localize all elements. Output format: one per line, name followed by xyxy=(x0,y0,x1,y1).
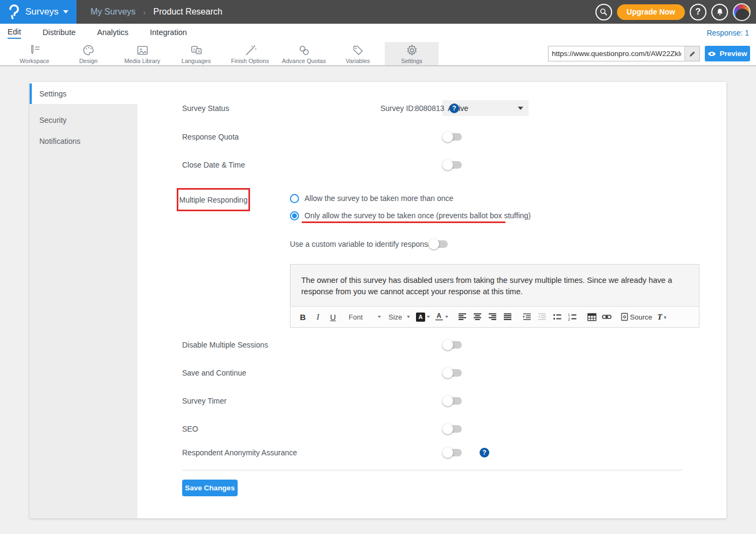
allow-multiple-label: Allow the survey to be taken more than o… xyxy=(304,194,453,203)
toolbar-item-variables[interactable]: Variables xyxy=(331,42,385,65)
radio-row-once: Only allow the survey to be taken once (… xyxy=(290,210,667,221)
editor-content[interactable]: The owner of this survey has disabled us… xyxy=(290,265,699,306)
toolbar-item-settings[interactable]: Settings xyxy=(385,42,439,65)
align-left-icon xyxy=(458,313,467,321)
notifications-button[interactable] xyxy=(711,4,728,20)
italic-button[interactable]: I xyxy=(311,309,325,324)
table-icon xyxy=(587,313,597,321)
save-and-continue-toggle[interactable] xyxy=(443,369,462,377)
toolbar-item-languages[interactable]: x A Languages xyxy=(169,42,223,65)
tab-edit[interactable]: Edit xyxy=(8,27,21,39)
brand-menu[interactable]: Surveys xyxy=(0,0,77,24)
outdent-button[interactable] xyxy=(535,309,549,324)
bullet-list-icon xyxy=(553,313,561,321)
toolbar-item-design[interactable]: Design xyxy=(61,42,115,65)
table-button[interactable] xyxy=(585,309,599,324)
disable-multiple-sessions-toggle[interactable] xyxy=(443,341,462,349)
respondent-anonymity-row: Respondent Anonymity Assurance ? xyxy=(182,447,559,458)
bg-color-button[interactable]: A xyxy=(414,309,432,324)
save-and-continue-label: Save and Continue xyxy=(182,369,246,377)
design-palette-icon xyxy=(82,44,95,57)
pencil-icon xyxy=(689,50,696,58)
breadcrumb-my-surveys[interactable]: My Surveys xyxy=(91,7,136,17)
survey-timer-toggle[interactable] xyxy=(443,397,462,405)
align-right-button[interactable] xyxy=(485,309,500,324)
font-select[interactable]: Font xyxy=(345,310,384,324)
svg-text:2: 2 xyxy=(568,317,570,321)
numbered-list-button[interactable]: 12 xyxy=(565,309,579,324)
edit-url-button[interactable] xyxy=(684,46,699,61)
custom-variable-label: Use a custom variable to identify respon… xyxy=(290,240,436,248)
toolbar-item-workspace[interactable]: Workspace xyxy=(8,42,61,65)
source-button[interactable]: Source xyxy=(619,309,654,324)
justify-icon xyxy=(503,313,512,321)
help-button[interactable]: ? xyxy=(690,4,706,20)
indent-button[interactable] xyxy=(520,309,534,324)
bullet-list-button[interactable] xyxy=(550,309,564,324)
response-count[interactable]: Response: 1 xyxy=(706,29,749,37)
user-avatar[interactable] xyxy=(733,3,751,21)
tab-analytics[interactable]: Analytics xyxy=(97,28,128,38)
survey-url-input[interactable] xyxy=(549,50,684,58)
underline-button[interactable]: U xyxy=(326,309,340,324)
tab-distribute[interactable]: Distribute xyxy=(43,28,75,38)
survey-id-label: Survey ID: xyxy=(380,104,415,113)
multiple-response-message-editor: The owner of this survey has disabled us… xyxy=(290,264,699,328)
search-button[interactable] xyxy=(595,4,612,20)
preview-button[interactable]: Preview xyxy=(705,46,750,61)
link-button[interactable] xyxy=(600,309,614,324)
finish-options-wand-icon xyxy=(244,44,257,57)
section-nav: Edit Distribute Analytics Integration Re… xyxy=(0,24,756,42)
allow-once-radio[interactable] xyxy=(290,211,299,220)
chevron-down-icon xyxy=(445,316,448,318)
response-quota-toggle[interactable] xyxy=(443,133,462,141)
numbered-list-icon: 12 xyxy=(568,313,577,321)
save-changes-button[interactable]: Save Changes xyxy=(182,480,238,496)
response-quota-row: Response Quota xyxy=(182,131,559,142)
remove-format-button[interactable]: Tx xyxy=(655,309,669,324)
svg-text:1: 1 xyxy=(568,313,570,317)
seo-toggle[interactable] xyxy=(443,425,462,433)
search-icon xyxy=(599,8,608,16)
custom-variable-toggle[interactable] xyxy=(429,240,448,248)
chevron-down-icon xyxy=(63,10,68,13)
justify-button[interactable] xyxy=(501,309,515,324)
chevron-down-icon xyxy=(378,316,381,318)
sidebar-item-label: Settings xyxy=(39,89,67,98)
sidebar-item-settings[interactable]: Settings xyxy=(30,84,137,104)
toolbar-item-advance-quotas[interactable]: Advance Quotas xyxy=(277,42,331,65)
indent-icon xyxy=(523,313,531,321)
survey-status-label: Survey Status xyxy=(182,104,229,113)
survey-id-help-icon[interactable]: ? xyxy=(449,103,459,113)
align-left-button[interactable] xyxy=(455,309,469,324)
toolbar-item-media-library[interactable]: Media Library xyxy=(115,42,169,65)
breadcrumb: My Surveys › Product Research xyxy=(91,0,223,24)
chevron-down-icon xyxy=(407,316,410,318)
align-center-button[interactable] xyxy=(470,309,484,324)
sidebar-item-security[interactable]: Security xyxy=(30,109,137,130)
disable-multiple-sessions-label: Disable Multiple Sessions xyxy=(182,341,268,349)
respondent-anonymity-label: Respondent Anonymity Assurance xyxy=(182,448,297,457)
sidebar-item-notifications[interactable]: Notifications xyxy=(30,130,137,151)
chevron-down-icon xyxy=(518,107,523,110)
toolbar-item-label: Finish Options xyxy=(231,58,269,64)
bg-color-icon: A xyxy=(416,313,425,322)
bold-button[interactable]: B xyxy=(296,309,310,324)
seo-label: SEO xyxy=(182,425,198,433)
respondent-anonymity-help-icon[interactable]: ? xyxy=(480,448,489,457)
survey-timer-label: Survey Timer xyxy=(182,397,226,405)
text-color-button[interactable]: A xyxy=(433,309,450,324)
close-date-toggle[interactable] xyxy=(443,161,462,169)
toolbar-item-label: Settings xyxy=(401,58,422,64)
allow-multiple-radio[interactable] xyxy=(290,194,299,203)
tab-integration[interactable]: Integration xyxy=(150,28,187,38)
survey-id-value: 8080813 xyxy=(415,104,445,113)
settings-sidebar: Security Notifications xyxy=(30,104,137,518)
toolbar-item-finish-options[interactable]: Finish Options xyxy=(223,42,277,65)
chevron-down-icon xyxy=(427,316,430,318)
upgrade-now-button[interactable]: Upgrade Now xyxy=(617,4,685,20)
survey-url-field xyxy=(548,46,700,61)
respondent-anonymity-toggle[interactable] xyxy=(443,449,462,456)
eye-icon xyxy=(708,51,716,57)
size-select[interactable]: Size xyxy=(385,310,413,324)
